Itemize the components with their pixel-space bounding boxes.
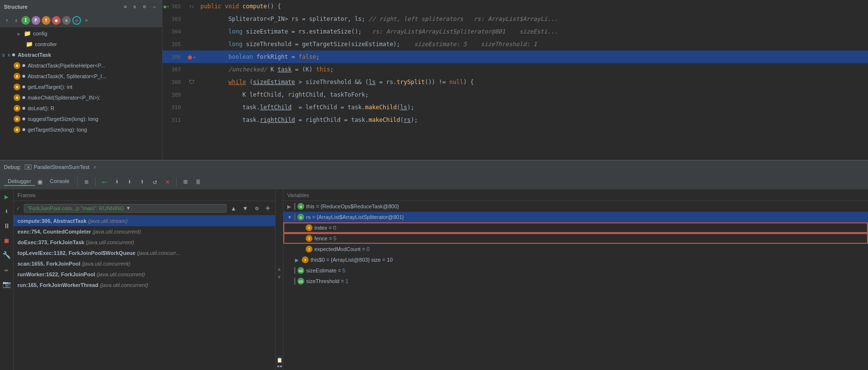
var-line-rs: [294, 214, 295, 220]
frame-method-2: doExec:373, ForkJoinTask: [17, 239, 84, 245]
frame-method-6: run:165, ForkJoinWorkerThread: [17, 282, 98, 288]
var-item-expectedModCount[interactable]: f expectedModCount = 0: [283, 244, 868, 254]
tree-label-abstract-task: AbstractTask: [17, 52, 51, 58]
line-num-302: 302 ●↑: [163, 3, 187, 10]
toolbar-btn-restart[interactable]: ↺: [150, 177, 160, 186]
frame-dropdown-text: "ForkJoinPool.com...p "main": RUNNING: [27, 205, 124, 211]
var-eq-fence: =: [329, 235, 332, 241]
m-badge-5: m: [14, 105, 20, 112]
tree-item-m1[interactable]: m AbstractTask(PipelineHelper<P...: [0, 60, 162, 71]
frame-item-2[interactable]: doExec:373, ForkJoinTask (java.util.conc…: [14, 237, 275, 248]
tree-item-m5[interactable]: m doLeaf(): R: [0, 103, 162, 114]
scroll-up-btn[interactable]: ▲: [278, 266, 280, 271]
var-item-sizeThreshold[interactable]: o1 sizeThreshold = 1: [283, 276, 868, 286]
var-badge-this: o: [297, 203, 304, 210]
toolbar-btn-settings2[interactable]: ≣: [193, 177, 203, 186]
var-expand-this0: ▶: [295, 257, 302, 263]
frame-nav-down[interactable]: ▼: [240, 203, 250, 213]
var-badge-this0: f: [302, 256, 309, 263]
tree-item-m6[interactable]: m suggestTargetSize(long): long: [0, 114, 162, 124]
code-text-303: Spliterator<P_IN> rs = spliterator, ls; …: [197, 16, 868, 22]
sidebar-btn-tool2[interactable]: ✏: [1, 264, 12, 275]
frame-class-2: (java.util.concurrent): [84, 239, 134, 245]
frames-header: Frames: [14, 189, 275, 201]
toolbar-btn-step-into[interactable]: ⬇: [125, 177, 134, 186]
glasses-btn[interactable]: 👓: [277, 364, 282, 369]
frame-item-1[interactable]: exec:754, CountedCompleter (java.util.co…: [14, 226, 275, 237]
dot-abstract: [12, 53, 15, 56]
toolbar-btn-step-out[interactable]: ⬆: [137, 177, 147, 186]
sort-icon[interactable]: ≡: [121, 3, 129, 11]
frame-filter[interactable]: ⚙: [252, 203, 262, 213]
sidebar-btn-tool1[interactable]: 🔧: [1, 250, 12, 260]
variables-header: Variables: [283, 189, 868, 201]
sidebar-btn-stop[interactable]: ■: [1, 235, 12, 246]
code-text-309: K leftChild, rightChild, taskToFork;: [197, 91, 868, 98]
frame-item-5[interactable]: runWorker:1622, ForkJoinPool (java.util.…: [14, 269, 275, 280]
frame-class-0: (java.util.stream): [86, 218, 127, 224]
code-text-310: task.leftChild = leftChild = task.makeCh…: [197, 104, 868, 111]
icon-x[interactable]: ✕: [62, 16, 71, 25]
sort2-icon[interactable]: ⇅: [131, 3, 139, 11]
debug-title: Debug:: [4, 164, 21, 170]
var-value-this0: {ArrayList@803} size = 10: [331, 257, 393, 263]
var-item-this0[interactable]: ▶ f this$0 = {ArrayList@803} size = 10: [283, 254, 868, 265]
frame-item-4[interactable]: scan:1655, ForkJoinPool (java.util.concu…: [14, 258, 275, 269]
icon-f[interactable]: f: [42, 16, 50, 25]
file-icon: ▣: [25, 165, 32, 169]
sidebar-btn-resume[interactable]: ▶: [1, 191, 12, 202]
frame-item-3[interactable]: topLevelExec:1182, ForkJoinPool$WorkQueu…: [14, 248, 275, 258]
var-item-rs[interactable]: ▼ o rs = {ArrayList$ArrayListSpliterator…: [283, 212, 868, 222]
icon-p[interactable]: P: [32, 16, 40, 25]
frame-dropdown[interactable]: "ForkJoinPool.com...p "main": RUNNING ▼: [24, 204, 227, 213]
sidebar-btn-pause[interactable]: ⏸: [1, 220, 12, 231]
icon-i[interactable]: I: [21, 16, 30, 25]
tree-label-controller: controller: [35, 41, 57, 47]
tree-item-m2[interactable]: m AbstractTask(K, Spliterator<P_I...: [0, 71, 162, 82]
filter-icon[interactable]: ↑: [3, 17, 11, 24]
minimize-icon[interactable]: —: [150, 3, 158, 11]
toolbar-btn-table[interactable]: ⊞: [180, 177, 190, 186]
sidebar-btn-camera[interactable]: 📷: [1, 279, 12, 289]
var-item-rs-fence[interactable]: f fence = 5: [283, 233, 868, 244]
var-item-sizeEstimate[interactable]: o1 sizeEstimate = 5: [283, 265, 868, 276]
tree-label-m6: suggestTargetSize(long): long: [28, 116, 98, 122]
filter2-icon[interactable]: ↕: [12, 17, 20, 24]
copy-btn[interactable]: 📋: [277, 357, 282, 363]
debug-close-btn[interactable]: ×: [93, 165, 96, 170]
frame-nav-up[interactable]: ▲: [229, 203, 238, 213]
tree-item-m3[interactable]: m getLeafTarget(): int: [0, 82, 162, 92]
frame-item-6[interactable]: run:165, ForkJoinWorkerThread (java.util…: [14, 280, 275, 290]
var-line-se: [294, 267, 295, 274]
more-icon[interactable]: »: [82, 17, 90, 24]
tree-item-config[interactable]: ▶ 📁 config: [0, 28, 162, 39]
tree-item-m7[interactable]: m getTargetSize(long): long: [0, 124, 162, 135]
code-line-310: 310 task.leftChild = leftChild = task.ma…: [163, 101, 868, 114]
tab-debugger[interactable]: Debugger: [4, 177, 35, 186]
sidebar-btn-step[interactable]: ⬇: [1, 206, 12, 217]
tree-item-controller[interactable]: 📁 controller: [0, 39, 162, 50]
icon-teal[interactable]: ◎: [72, 16, 81, 25]
toolbar-btn-step-over[interactable]: ⬇: [112, 177, 122, 186]
structure-icons-row: ↑ ↕ I P f ● ✕ ◎ »: [0, 14, 162, 27]
console-icon[interactable]: ▣: [38, 178, 42, 185]
tab-console[interactable]: Console: [46, 177, 73, 186]
frame-add-btn[interactable]: +: [263, 203, 272, 213]
variables-list: ▶ o this = {ReduceOps$ReduceTask@800} ▼ …: [283, 201, 868, 370]
toolbar-btn-resume[interactable]: ⟵: [99, 177, 109, 186]
tree-label-m3: getLeafTarget(): int: [28, 84, 72, 90]
var-value-st: 1: [345, 278, 348, 284]
line-num-311: 311: [163, 117, 187, 123]
var-eq-rs: =: [312, 214, 315, 220]
frame-item-0[interactable]: compute:306, AbstractTask (java.util.str…: [14, 216, 275, 226]
scroll-down-btn[interactable]: ▼: [278, 274, 280, 280]
settings-icon[interactable]: ⚙: [141, 3, 148, 11]
var-item-rs-index[interactable]: f index = 0: [283, 222, 868, 233]
icon-c[interactable]: ●: [52, 16, 61, 25]
toolbar-btn-list[interactable]: ≡: [82, 177, 91, 186]
toolbar-btn-stop[interactable]: ✕: [163, 177, 172, 186]
var-item-this[interactable]: ▶ o this = {ReduceOps$ReduceTask@800}: [283, 201, 868, 212]
var-value-rs: {ArrayList$ArrayListSpliterator@801}: [317, 214, 404, 220]
tree-item-m4[interactable]: m makeChild(Spliterator<P_IN>):: [0, 92, 162, 103]
tree-item-abstract-task[interactable]: ∨ c AbstractTask: [0, 50, 162, 60]
